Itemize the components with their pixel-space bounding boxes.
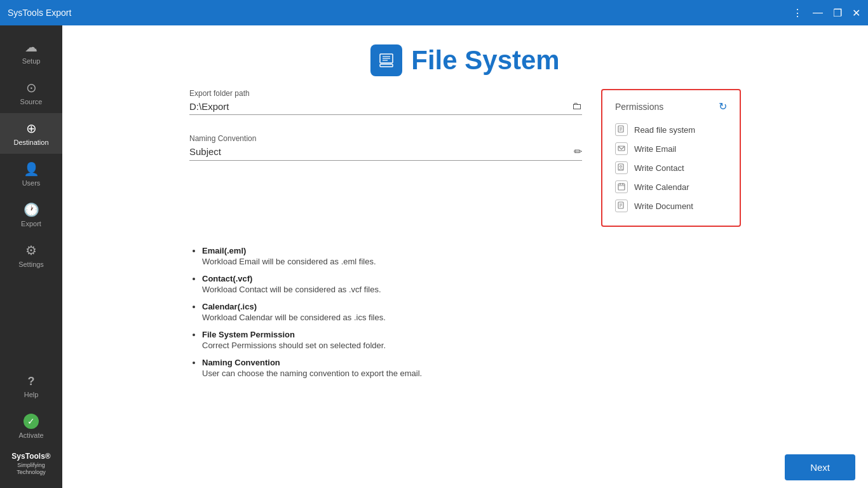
list-item-title: Email(.eml) bbox=[202, 246, 246, 255]
title-bar: SysTools Export ⋮ — ❐ ✕ bbox=[0, 0, 868, 25]
naming-convention-label: Naming Convention bbox=[189, 134, 582, 143]
list-item-title: Contact(.vcf) bbox=[202, 274, 252, 283]
export-path-label: Export folder path bbox=[189, 89, 582, 98]
form-permissions-row: Export folder path 🗀 Naming Convention ✏ bbox=[62, 89, 868, 227]
info-list: Email(.eml) Workload Email will be consi… bbox=[62, 233, 868, 398]
export-icon: 🕐 bbox=[24, 202, 39, 217]
page-header: File System bbox=[62, 25, 868, 89]
sidebar-item-label: Setup bbox=[22, 57, 41, 65]
permission-label: Write Document bbox=[634, 201, 693, 211]
users-icon: 👤 bbox=[24, 161, 39, 177]
svg-rect-13 bbox=[618, 184, 625, 190]
permission-label: Write Contact bbox=[634, 163, 684, 173]
brand-tagline: Simplifying Technology bbox=[3, 462, 60, 477]
sidebar-item-destination[interactable]: ⊕ Destination bbox=[0, 113, 62, 154]
export-path-input-row: 🗀 bbox=[189, 100, 582, 115]
list-item-desc: Workload Contact will be considered as .… bbox=[202, 285, 741, 294]
permission-write-email: Write Email bbox=[615, 139, 727, 158]
list-item-desc: Workload Email will be considered as .em… bbox=[202, 257, 741, 266]
title-bar-left: SysTools Export bbox=[8, 8, 71, 18]
sidebar-bottom: ? Help ✓ Activate SysTools® Simplifying … bbox=[0, 367, 62, 488]
perm-calendar-icon bbox=[615, 180, 628, 193]
sidebar-item-setup[interactable]: ☁ Setup bbox=[0, 32, 62, 72]
perm-file-icon bbox=[615, 123, 628, 136]
list-item-title: Naming Convention bbox=[202, 358, 280, 367]
main-layout: ☁ Setup ⊙ Source ⊕ Destination 👤 Users 🕐… bbox=[0, 25, 868, 488]
list-item: Email(.eml) Workload Email will be consi… bbox=[202, 246, 741, 266]
info-list-ul: Email(.eml) Workload Email will be consi… bbox=[189, 246, 741, 378]
footer: Next bbox=[772, 447, 868, 488]
list-item-title: File System Permission bbox=[202, 330, 295, 339]
permissions-title: Permissions bbox=[615, 102, 663, 112]
naming-convention-input-row: ✏ bbox=[189, 146, 582, 161]
title-bar-controls: ⋮ — ❐ ✕ bbox=[792, 7, 860, 19]
permission-read-filesystem: Read file system bbox=[615, 120, 727, 139]
edit-icon[interactable]: ✏ bbox=[574, 146, 582, 158]
naming-convention-input[interactable] bbox=[189, 146, 574, 157]
source-icon: ⊙ bbox=[26, 80, 37, 95]
permission-write-calendar: Write Calendar bbox=[615, 177, 727, 196]
maximize-icon[interactable]: ❐ bbox=[833, 7, 842, 19]
permissions-header: Permissions ↻ bbox=[615, 100, 727, 112]
perm-email-icon bbox=[615, 142, 628, 155]
export-path-group: Export folder path 🗀 bbox=[189, 89, 582, 115]
permissions-refresh-icon[interactable]: ↻ bbox=[719, 100, 727, 112]
naming-convention-group: Naming Convention ✏ bbox=[189, 134, 582, 161]
perm-contact-icon bbox=[615, 161, 628, 174]
page-title: File System bbox=[411, 45, 559, 76]
app-title: SysTools Export bbox=[8, 8, 71, 18]
list-item: Calendar(.ics) Workload Calendar will be… bbox=[202, 302, 741, 322]
sidebar-item-label: Destination bbox=[13, 139, 48, 146]
sidebar-item-settings[interactable]: ⚙ Settings bbox=[0, 235, 62, 276]
form-section: Export folder path 🗀 Naming Convention ✏ bbox=[189, 89, 582, 180]
menu-icon[interactable]: ⋮ bbox=[792, 7, 803, 19]
destination-icon: ⊕ bbox=[26, 121, 37, 136]
list-item-desc: Workload Calendar will be considered as … bbox=[202, 313, 741, 322]
sidebar-item-users[interactable]: 👤 Users bbox=[0, 154, 62, 194]
sidebar-item-label: Users bbox=[22, 179, 41, 187]
list-item: Contact(.vcf) Workload Contact will be c… bbox=[202, 274, 741, 294]
permission-label: Write Email bbox=[634, 144, 676, 154]
perm-document-icon bbox=[615, 200, 628, 212]
sidebar-item-label: Activate bbox=[18, 431, 43, 439]
svg-point-12 bbox=[620, 166, 622, 168]
settings-icon: ⚙ bbox=[25, 243, 37, 258]
activate-check-icon: ✓ bbox=[24, 414, 39, 429]
list-item: Naming Convention User can choose the na… bbox=[202, 358, 741, 378]
page-header-icon bbox=[370, 44, 402, 76]
sidebar-item-export[interactable]: 🕐 Export bbox=[0, 194, 62, 235]
sidebar-item-help[interactable]: ? Help bbox=[0, 367, 62, 406]
minimize-icon[interactable]: — bbox=[813, 7, 823, 18]
permission-write-contact: Write Contact bbox=[615, 158, 727, 177]
sidebar: ☁ Setup ⊙ Source ⊕ Destination 👤 Users 🕐… bbox=[0, 25, 62, 488]
permissions-box: Permissions ↻ Read file system Write Ema… bbox=[601, 89, 741, 227]
permission-label: Write Calendar bbox=[634, 182, 689, 192]
file-system-icon bbox=[375, 49, 398, 72]
list-item: File System Permission Correct Permissio… bbox=[202, 330, 741, 350]
setup-icon: ☁ bbox=[25, 39, 37, 55]
permission-label: Read file system bbox=[634, 125, 695, 135]
sidebar-item-label: Settings bbox=[18, 261, 44, 268]
list-item-desc: User can choose the naming convention to… bbox=[202, 369, 741, 378]
next-button[interactable]: Next bbox=[785, 454, 855, 480]
sidebar-item-source[interactable]: ⊙ Source bbox=[0, 72, 62, 113]
close-icon[interactable]: ✕ bbox=[852, 7, 860, 19]
folder-browse-icon[interactable]: 🗀 bbox=[572, 100, 582, 112]
permission-write-document: Write Document bbox=[615, 196, 727, 215]
list-item-title: Calendar(.ics) bbox=[202, 302, 257, 311]
export-path-input[interactable] bbox=[189, 101, 572, 112]
sidebar-item-label: Help bbox=[24, 391, 39, 398]
sidebar-item-label: Export bbox=[21, 220, 41, 227]
sidebar-item-label: Source bbox=[20, 98, 43, 105]
list-item-desc: Correct Permissions should set on select… bbox=[202, 341, 741, 350]
sidebar-item-activate[interactable]: ✓ Activate bbox=[0, 406, 62, 447]
systools-brand: SysTools® Simplifying Technology bbox=[0, 447, 62, 482]
help-icon: ? bbox=[28, 375, 35, 388]
brand-name: SysTools® bbox=[3, 452, 60, 462]
content-area: File System Export folder path 🗀 Naming … bbox=[62, 25, 868, 488]
